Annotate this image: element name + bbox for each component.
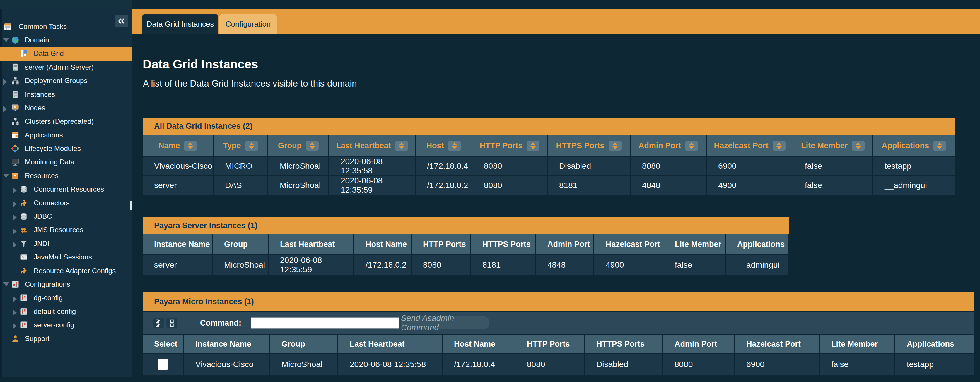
- sidebar-item-lifecycle-modules[interactable]: Lifecycle Modules: [0, 142, 132, 155]
- cell-value: false: [831, 360, 848, 369]
- column-header-https-ports[interactable]: HTTPS Ports: [548, 135, 631, 156]
- expand-arrow-icon[interactable]: [13, 228, 17, 235]
- sort-asc-icon: [689, 143, 694, 145]
- sort-button[interactable]: [527, 141, 539, 151]
- collapse-arrow-icon[interactable]: [3, 38, 10, 42]
- command-input[interactable]: [251, 317, 399, 329]
- select-all-button[interactable]: [153, 318, 164, 328]
- page-title: Data Grid Instances: [143, 57, 258, 71]
- sidebar-item-deployment-groups[interactable]: Deployment Groups: [0, 74, 132, 87]
- sidebar-item-server-config[interactable]: server-config: [0, 318, 132, 332]
- cell-http-ports: 8080: [473, 176, 548, 195]
- sort-desc-icon: [310, 146, 315, 149]
- column-header-type[interactable]: Type: [213, 135, 268, 156]
- sidebar-item-domain[interactable]: Domain: [0, 33, 132, 47]
- sidebar-item-resources[interactable]: Resources: [0, 169, 132, 182]
- datagrid-icon: [20, 49, 28, 58]
- sidebar-item-applications[interactable]: Applications: [0, 128, 132, 142]
- deselect-all-button[interactable]: [166, 318, 177, 328]
- column-header-applications[interactable]: Applications: [873, 135, 955, 156]
- row-checkbox[interactable]: [158, 359, 168, 370]
- sidebar-item-common-tasks[interactable]: Common Tasks: [0, 20, 132, 33]
- table-title: All Data Grid Instances (2): [154, 122, 253, 131]
- sidebar-item-dg-config[interactable]: dg-config: [0, 291, 132, 304]
- expand-arrow-icon[interactable]: [3, 106, 7, 112]
- sidebar-item-configurations[interactable]: Configurations: [0, 277, 132, 291]
- column-header-host-name: Host Name: [442, 335, 515, 353]
- send-asadmin-command-button[interactable]: Send Asadmin Command: [401, 317, 489, 329]
- expand-arrow-icon[interactable]: [13, 201, 17, 208]
- column-header-name[interactable]: Name: [143, 135, 213, 156]
- sidebar-item-jms-resources[interactable]: JMS Resources: [0, 223, 132, 237]
- column-header-host[interactable]: Host: [415, 135, 473, 156]
- sort-button[interactable]: [245, 141, 258, 151]
- sort-desc-icon: [856, 146, 861, 149]
- tab-data-grid-instances[interactable]: Data Grid Instances: [142, 14, 218, 34]
- sidebar-scrollbar-thumb[interactable]: [130, 201, 132, 210]
- sidebar-item-connectors[interactable]: Connectors: [0, 196, 132, 209]
- sidebar-item-javamail-sessions[interactable]: JavaMail Sessions: [0, 250, 132, 264]
- column-header-lite-member: Lite Member: [663, 234, 726, 254]
- column-header-label: Applications: [881, 141, 929, 151]
- cell-admin-port: 8080: [663, 354, 735, 375]
- sidebar-item-resource-adapter-configs[interactable]: Resource Adapter Configs: [0, 264, 132, 277]
- column-header-label: Lite Member: [675, 240, 721, 249]
- sort-button[interactable]: [852, 141, 865, 151]
- column-header-last-heartbeat[interactable]: Last Heartbeat: [329, 135, 415, 156]
- cell-name: Vivacious-Cisco: [143, 157, 213, 175]
- sort-button[interactable]: [933, 141, 946, 151]
- sidebar-item-monitoring-data[interactable]: Monitoring Data: [0, 155, 132, 169]
- sort-button[interactable]: [773, 141, 786, 151]
- expand-arrow-icon[interactable]: [13, 214, 17, 221]
- sidebar-item-data-grid[interactable]: Data Grid: [0, 47, 132, 60]
- column-header-applications: Applications: [726, 234, 789, 254]
- tasks-icon: [3, 22, 12, 31]
- sidebar-collapse-button[interactable]: [115, 14, 128, 27]
- sidebar-item-server-admin-server[interactable]: server (Admin Server): [0, 60, 132, 74]
- column-header-group[interactable]: Group: [268, 135, 329, 156]
- cell-instance-name: server: [143, 255, 213, 275]
- expand-arrow-icon[interactable]: [13, 187, 17, 193]
- column-header-admin-port[interactable]: Admin Port: [631, 135, 707, 156]
- sidebar-item-instances[interactable]: Instances: [0, 87, 132, 101]
- cell-http-ports: 8080: [412, 255, 471, 275]
- sidebar-item-support[interactable]: Support: [0, 332, 132, 345]
- column-header-lite-member[interactable]: Lite Member: [794, 135, 873, 156]
- sort-button[interactable]: [184, 141, 197, 151]
- cell-value: server: [154, 260, 177, 270]
- tab-configuration[interactable]: Configuration: [220, 14, 277, 34]
- cell-value: MicroShoal: [280, 181, 321, 190]
- column-header-hazelcast-port[interactable]: Hazelcast Port: [707, 135, 794, 156]
- sort-button[interactable]: [395, 141, 408, 151]
- collapse-arrow-icon[interactable]: [3, 282, 10, 286]
- column-header-http-ports[interactable]: HTTP Ports: [473, 135, 548, 156]
- expand-arrow-icon[interactable]: [3, 79, 7, 85]
- cell-https-ports: 8181: [471, 255, 536, 275]
- sort-button[interactable]: [609, 141, 622, 151]
- sort-desc-icon: [188, 146, 193, 149]
- collapse-arrow-icon[interactable]: [3, 174, 10, 178]
- column-header-label: Hazelcast Port: [746, 339, 801, 349]
- sidebar-item-concurrent-resources[interactable]: Concurrent Resources: [0, 182, 132, 196]
- sidebar-item-jdbc[interactable]: JDBC: [0, 210, 132, 223]
- sort-desc-icon: [937, 146, 942, 149]
- sidebar-item-default-config[interactable]: default-config: [0, 305, 132, 318]
- column-header-label: HTTPS Ports: [482, 240, 531, 249]
- sort-button[interactable]: [448, 141, 461, 151]
- sort-button[interactable]: [685, 141, 698, 151]
- sort-button[interactable]: [306, 141, 319, 151]
- expand-arrow-icon[interactable]: [13, 242, 17, 248]
- cell-value: 2020-06-08 12:35:59: [280, 256, 353, 274]
- expand-arrow-icon[interactable]: [13, 296, 17, 303]
- sidebar-item-nodes[interactable]: Nodes: [0, 101, 132, 115]
- sidebar-item-jndi[interactable]: JNDI: [0, 237, 132, 250]
- sidebar-item-clusters-deprecated[interactable]: Clusters (Deprecated): [0, 115, 132, 128]
- expand-arrow-icon[interactable]: [13, 309, 17, 316]
- expand-arrow-icon[interactable]: [13, 323, 17, 329]
- sort-asc-icon: [530, 143, 536, 145]
- globe-icon: [11, 36, 19, 44]
- puzzle-icon: [20, 267, 28, 275]
- cell-value: /172.18.0.4: [427, 162, 468, 171]
- cell-value: 8080: [675, 360, 693, 369]
- page-subtitle: A list of the Data Grid Instances visibl…: [143, 78, 357, 89]
